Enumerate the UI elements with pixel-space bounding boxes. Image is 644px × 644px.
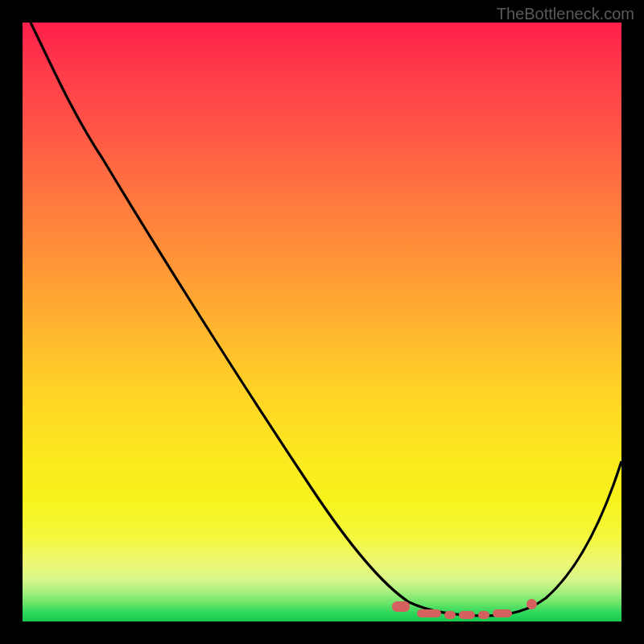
curve-path <box>31 23 621 616</box>
trough-marker-right <box>526 599 537 609</box>
trough-marker-mid-2 <box>444 611 456 619</box>
watermark-text: TheBottleneck.com <box>497 5 634 23</box>
trough-marker-mid-3 <box>459 611 475 619</box>
trough-marker-mid-5 <box>493 609 512 617</box>
trough-marker-mid-1 <box>417 609 441 617</box>
trough-marker-left <box>392 601 410 612</box>
trough-marker-mid-4 <box>478 611 489 619</box>
bottleneck-curve <box>23 23 621 621</box>
plot-background-gradient <box>23 23 621 621</box>
